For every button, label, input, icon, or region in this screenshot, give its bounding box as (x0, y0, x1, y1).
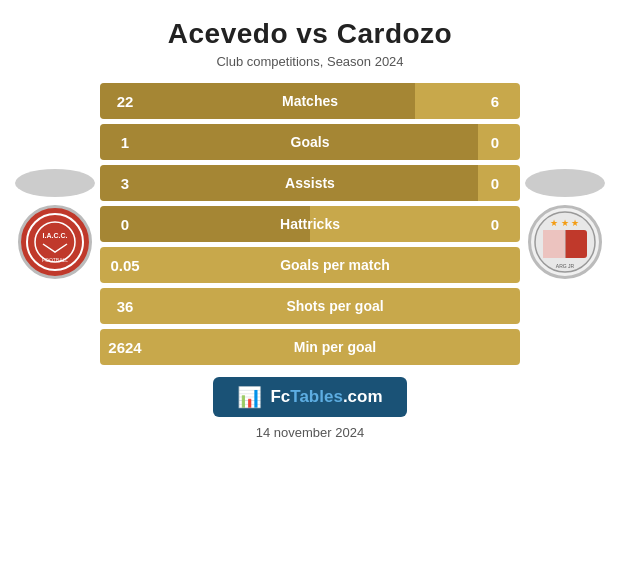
stat-left-value: 36 (100, 298, 150, 315)
stat-label: Shots per goal (150, 298, 520, 314)
stat-label: Hattricks (150, 216, 470, 232)
stat-left-value: 0.05 (100, 257, 150, 274)
left-club-logo: I.A.C.C. FOOTBALL (18, 205, 92, 279)
stat-label: Assists (150, 175, 470, 191)
stat-row: 0Hattricks0 (100, 206, 520, 242)
left-team-column: I.A.C.C. FOOTBALL (10, 169, 100, 279)
stat-left-value: 0 (100, 216, 150, 233)
svg-text:FOOTBALL: FOOTBALL (42, 257, 68, 263)
stat-row: 3Assists0 (100, 165, 520, 201)
right-team-column: ★ ★ ★ ARG JR (520, 169, 610, 279)
right-ellipse-top (525, 169, 605, 197)
left-badge: I.A.C.C. FOOTBALL (25, 212, 85, 272)
right-club-logo: ★ ★ ★ ARG JR (528, 205, 602, 279)
left-logo-svg: I.A.C.C. FOOTBALL (25, 212, 85, 272)
stat-left-value: 22 (100, 93, 150, 110)
stat-left-value: 3 (100, 175, 150, 192)
svg-rect-8 (543, 230, 565, 258)
stat-label: Goals per match (150, 257, 520, 273)
main-content: I.A.C.C. FOOTBALL 22Matches61Goals03Assi… (0, 75, 620, 373)
left-ellipse-top (15, 169, 95, 197)
svg-text:I.A.C.C.: I.A.C.C. (43, 232, 68, 239)
stats-section: 22Matches61Goals03Assists00Hattricks00.0… (100, 83, 520, 365)
stat-right-value: 0 (470, 216, 520, 233)
stat-label: Min per goal (150, 339, 520, 355)
svg-text:★ ★ ★: ★ ★ ★ (550, 218, 579, 228)
branding-icon: 📊 (237, 385, 262, 409)
stat-row: 36Shots per goal (100, 288, 520, 324)
stat-right-value: 6 (470, 93, 520, 110)
stat-row: 1Goals0 (100, 124, 520, 160)
page-title: Acevedo vs Cardozo (10, 18, 610, 50)
svg-text:ARG JR: ARG JR (556, 263, 575, 269)
stat-row: 22Matches6 (100, 83, 520, 119)
stat-left-value: 2624 (100, 339, 150, 356)
stat-right-value: 0 (470, 175, 520, 192)
subtitle: Club competitions, Season 2024 (10, 54, 610, 69)
branding-text: FcTables.com (270, 387, 382, 407)
footer-date: 14 november 2024 (256, 425, 364, 440)
stat-label: Matches (150, 93, 470, 109)
stat-row: 2624Min per goal (100, 329, 520, 365)
stat-right-value: 0 (470, 134, 520, 151)
stat-left-value: 1 (100, 134, 150, 151)
right-logo-svg: ★ ★ ★ ARG JR (533, 210, 597, 274)
branding-box: 📊 FcTables.com (213, 377, 406, 417)
header: Acevedo vs Cardozo Club competitions, Se… (0, 0, 620, 75)
stat-label: Goals (150, 134, 470, 150)
stat-row: 0.05Goals per match (100, 247, 520, 283)
